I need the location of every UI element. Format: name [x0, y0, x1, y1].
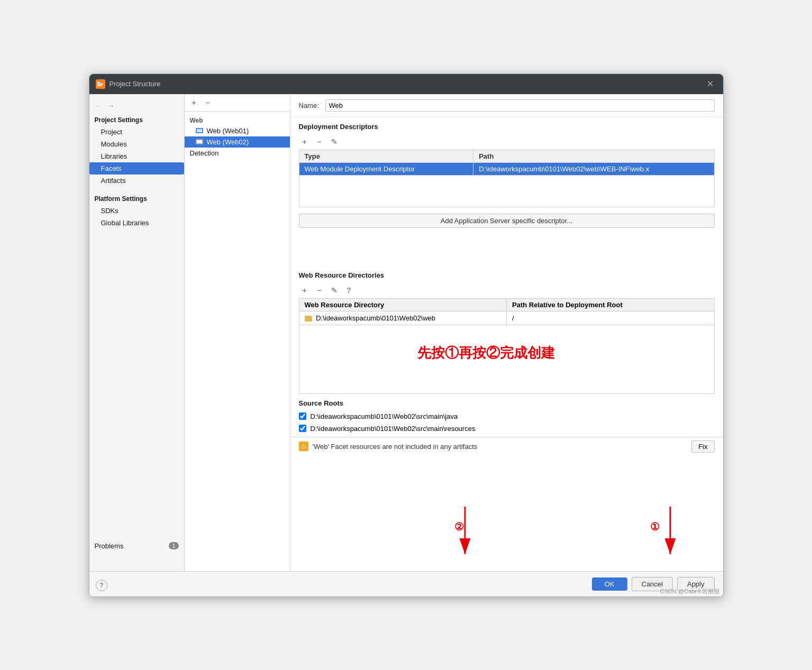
svg-rect-3 [97, 84, 103, 85]
csdn-watermark: CSDN @Cata卡若朋朋 [657, 586, 723, 596]
tree-group-label: Web [185, 116, 290, 125]
intellij-icon [96, 79, 105, 89]
main-panel: Name: Deployment Descriptors + − ✎ Type … [290, 94, 723, 571]
dd-col-path: Path [473, 150, 714, 162]
fix-button[interactable]: Fix [691, 440, 714, 453]
dd-add-button[interactable]: + [299, 136, 311, 148]
platform-settings-header: Platform Settings [89, 192, 184, 205]
title-bar: Project Structure ✕ [89, 74, 723, 94]
empty-space [290, 234, 723, 266]
name-row: Name: [290, 94, 723, 117]
tree-content: Web Web (Web01) Web (Web02) Detection [185, 112, 290, 571]
problems-label: Problems [95, 542, 169, 550]
tree-toolbar: + − [185, 94, 290, 112]
tree-item-web02-label: Web (Web02) [207, 138, 249, 146]
source-root-1-checkbox[interactable] [299, 425, 306, 432]
source-root-row-0: D:\ideaworkspacumb\0101\Web02\src\main\j… [290, 410, 723, 423]
project-settings-header: Project Settings [89, 113, 184, 126]
dialog-body: ← → Project Settings Project Modules Lib… [89, 94, 723, 571]
problems-row[interactable]: Problems 1 [89, 540, 184, 552]
name-input[interactable] [325, 99, 715, 112]
dialog-footer: OK Cancel Apply [89, 571, 723, 596]
dialog-title: Project Structure [110, 80, 161, 88]
warning-text: 'Web' Facet resources are not included i… [313, 443, 478, 451]
source-root-1-path: D:\ideaworkspacumb\0101\Web02\src\main\r… [311, 425, 476, 433]
svg-rect-1 [97, 85, 102, 86]
ok-button[interactable]: OK [592, 577, 627, 591]
resource-dirs-title: Web Resource Directories [290, 266, 723, 282]
rd-remove-button[interactable]: − [314, 284, 325, 296]
rd-col-path: Path Relative to Deployment Root [507, 298, 715, 311]
rd-row-0[interactable]: D:\ideaworkspacumb\0101\Web02\web / [299, 311, 714, 325]
deployment-descriptors-table: Type Path Web Module Deployment Descript… [299, 150, 715, 207]
help-button[interactable]: ? [96, 580, 107, 591]
project-structure-dialog: Project Structure ✕ ← → Project Settings… [89, 74, 724, 597]
rd-col-dir: Web Resource Directory [299, 298, 507, 311]
sidebar-item-facets[interactable]: Facets [89, 162, 184, 175]
folder-icon [305, 316, 312, 322]
tree-add-button[interactable]: + [189, 97, 199, 108]
rd-row-0-path: / [507, 311, 715, 325]
dd-toolbar: + − ✎ [290, 134, 723, 150]
bottom-padding [290, 456, 723, 466]
svg-rect-2 [97, 82, 100, 83]
dd-remove-button[interactable]: − [314, 136, 325, 148]
rd-toolbar: + − ✎ ? [290, 282, 723, 298]
dd-col-type: Type [299, 150, 473, 162]
dd-row-0-type: Web Module Deployment Descriptor [299, 162, 473, 175]
source-root-0-path: D:\ideaworkspacumb\0101\Web02\src\main\j… [311, 412, 458, 420]
dd-row-0[interactable]: Web Module Deployment Descriptor D:\idea… [299, 162, 714, 175]
dd-row-0-path: D:\ideaworkspacumb\0101\Web02\web\WEB-IN… [473, 162, 714, 175]
name-label: Name: [299, 102, 320, 109]
sidebar-item-sdks[interactable]: SDKs [89, 205, 184, 217]
source-root-row-1: D:\ideaworkspacumb\0101\Web02\src\main\r… [290, 423, 723, 435]
sidebar-item-project[interactable]: Project [89, 126, 184, 138]
web-icon-blue [196, 128, 203, 133]
rd-empty-area [299, 325, 714, 393]
source-roots-title: Source Roots [290, 394, 723, 410]
web02-icon [195, 139, 204, 145]
sidebar-item-artifacts[interactable]: Artifacts [89, 175, 184, 187]
sidebar-item-global-libraries[interactable]: Global Libraries [89, 217, 184, 229]
back-arrow[interactable]: ← [95, 102, 102, 110]
rd-add-button[interactable]: + [299, 284, 311, 296]
tree-item-web01[interactable]: Web (Web01) [185, 125, 290, 136]
sidebar: ← → Project Settings Project Modules Lib… [89, 94, 185, 571]
resource-dirs-table: Web Resource Directory Path Relative to … [299, 298, 715, 394]
sidebar-divider [89, 187, 184, 192]
tree-remove-button[interactable]: − [203, 97, 213, 108]
dd-empty-row [299, 175, 714, 207]
rd-row-0-dir: D:\ideaworkspacumb\0101\Web02\web [299, 311, 507, 325]
close-button[interactable]: ✕ [704, 78, 717, 90]
tree-item-web02[interactable]: Web (Web02) [185, 136, 290, 148]
source-root-0-checkbox[interactable] [299, 412, 306, 420]
tree-panel: + − Web Web (Web01) Web (Web02) Dete [185, 94, 290, 571]
forward-arrow[interactable]: → [107, 102, 115, 110]
web01-icon [195, 127, 204, 134]
deployment-descriptors-title: Deployment Descriptors [290, 117, 723, 134]
nav-arrows: ← → [89, 98, 184, 113]
warning-icon: ⚠ [299, 442, 308, 451]
web-icon-white [196, 139, 203, 144]
problems-badge: 1 [169, 542, 178, 549]
dd-edit-button[interactable]: ✎ [329, 136, 340, 148]
tree-item-web01-label: Web (Web01) [207, 127, 249, 135]
sidebar-item-modules[interactable]: Modules [89, 138, 184, 150]
sidebar-item-libraries[interactable]: Libraries [89, 150, 184, 162]
add-server-button[interactable]: Add Application Server specific descript… [299, 214, 715, 228]
warning-row: ⚠ 'Web' Facet resources are not included… [290, 437, 723, 456]
rd-help-button[interactable]: ? [343, 284, 355, 296]
tree-item-detection[interactable]: Detection [185, 148, 290, 159]
rd-edit-button[interactable]: ✎ [329, 284, 340, 296]
title-bar-left: Project Structure [96, 79, 161, 89]
